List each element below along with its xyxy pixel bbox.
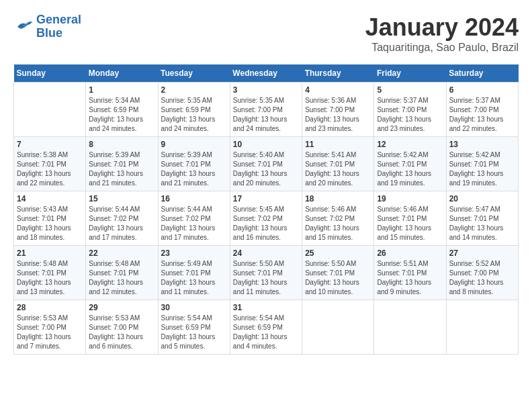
day-info: Sunrise: 5:47 AM Sunset: 7:01 PM Dayligh… [449,205,515,242]
day-info: Sunrise: 5:39 AM Sunset: 7:01 PM Dayligh… [161,150,227,188]
table-row [374,300,446,355]
day-info: Sunrise: 5:49 AM Sunset: 7:01 PM Dayligh… [161,259,227,297]
day-info: Sunrise: 5:34 AM Sunset: 6:59 PM Dayligh… [89,96,154,134]
table-row [302,300,374,355]
location: Taquaritinga, Sao Paulo, Brazil [365,42,519,54]
day-number: 6 [449,85,515,95]
day-info: Sunrise: 5:50 AM Sunset: 7:01 PM Dayligh… [305,259,371,297]
day-info: Sunrise: 5:51 AM Sunset: 7:01 PM Dayligh… [377,259,443,297]
day-number: 13 [449,140,515,149]
day-info: Sunrise: 5:48 AM Sunset: 7:01 PM Dayligh… [89,259,154,297]
day-number: 12 [377,140,443,149]
table-row: 21Sunrise: 5:48 AM Sunset: 7:01 PM Dayli… [14,246,86,300]
day-number: 11 [305,140,371,149]
day-number: 31 [233,303,299,312]
day-number: 1 [89,85,154,95]
table-row [446,300,518,355]
table-row: 1Sunrise: 5:34 AM Sunset: 6:59 PM Daylig… [86,83,158,137]
day-number: 17 [233,194,299,203]
weekday-header-row: Sunday Monday Tuesday Wednesday Thursday… [14,64,519,83]
day-info: Sunrise: 5:43 AM Sunset: 7:01 PM Dayligh… [17,205,83,242]
table-row: 29Sunrise: 5:53 AM Sunset: 7:00 PM Dayli… [86,300,158,355]
day-number: 4 [305,85,371,95]
day-number: 8 [89,140,154,149]
table-row: 18Sunrise: 5:46 AM Sunset: 7:02 PM Dayli… [302,191,374,246]
day-number: 30 [161,303,227,312]
day-number: 22 [89,248,154,258]
table-row: 24Sunrise: 5:50 AM Sunset: 7:01 PM Dayli… [230,246,302,300]
table-row: 28Sunrise: 5:53 AM Sunset: 7:00 PM Dayli… [14,300,86,355]
day-number: 16 [161,194,227,203]
day-number: 26 [377,248,443,258]
day-info: Sunrise: 5:40 AM Sunset: 7:01 PM Dayligh… [233,150,299,188]
table-row: 4Sunrise: 5:36 AM Sunset: 7:00 PM Daylig… [302,83,374,137]
day-number: 2 [161,85,227,95]
day-number: 19 [377,194,443,203]
logo-bird-icon [13,17,34,37]
day-info: Sunrise: 5:42 AM Sunset: 7:01 PM Dayligh… [449,150,515,188]
table-row: 9Sunrise: 5:39 AM Sunset: 7:01 PM Daylig… [158,137,230,191]
day-info: Sunrise: 5:44 AM Sunset: 7:02 PM Dayligh… [161,205,227,242]
table-row: 26Sunrise: 5:51 AM Sunset: 7:01 PM Dayli… [374,246,446,300]
day-number: 15 [89,194,154,203]
day-number: 23 [161,248,227,258]
day-number: 20 [449,194,515,203]
day-number: 7 [17,140,83,149]
table-row: 22Sunrise: 5:48 AM Sunset: 7:01 PM Dayli… [86,246,158,300]
day-number: 14 [17,194,83,203]
day-info: Sunrise: 5:44 AM Sunset: 7:02 PM Dayligh… [89,205,154,242]
col-thursday: Thursday [302,64,374,83]
table-row: 2Sunrise: 5:35 AM Sunset: 6:59 PM Daylig… [158,83,230,137]
table-row: 16Sunrise: 5:44 AM Sunset: 7:02 PM Dayli… [158,191,230,246]
day-info: Sunrise: 5:41 AM Sunset: 7:01 PM Dayligh… [305,150,371,188]
col-friday: Friday [374,64,446,83]
calendar-table: Sunday Monday Tuesday Wednesday Thursday… [13,64,519,355]
table-row: 6Sunrise: 5:37 AM Sunset: 7:00 PM Daylig… [446,83,518,137]
calendar-week-row: 14Sunrise: 5:43 AM Sunset: 7:01 PM Dayli… [14,191,519,246]
day-info: Sunrise: 5:37 AM Sunset: 7:00 PM Dayligh… [449,96,515,134]
day-info: Sunrise: 5:38 AM Sunset: 7:01 PM Dayligh… [17,150,83,188]
day-info: Sunrise: 5:46 AM Sunset: 7:01 PM Dayligh… [377,205,443,242]
table-row: 27Sunrise: 5:52 AM Sunset: 7:00 PM Dayli… [446,246,518,300]
day-info: Sunrise: 5:50 AM Sunset: 7:01 PM Dayligh… [233,259,299,297]
col-tuesday: Tuesday [158,64,230,83]
calendar-week-row: 7Sunrise: 5:38 AM Sunset: 7:01 PM Daylig… [14,137,519,191]
day-info: Sunrise: 5:37 AM Sunset: 7:00 PM Dayligh… [377,96,443,134]
day-info: Sunrise: 5:35 AM Sunset: 6:59 PM Dayligh… [161,96,227,134]
table-row [14,83,86,137]
calendar-week-row: 1Sunrise: 5:34 AM Sunset: 6:59 PM Daylig… [14,83,519,137]
table-row: 3Sunrise: 5:35 AM Sunset: 7:00 PM Daylig… [230,83,302,137]
day-info: Sunrise: 5:53 AM Sunset: 7:00 PM Dayligh… [89,314,154,351]
day-number: 18 [305,194,371,203]
day-number: 24 [233,248,299,258]
table-row: 11Sunrise: 5:41 AM Sunset: 7:01 PM Dayli… [302,137,374,191]
table-row: 13Sunrise: 5:42 AM Sunset: 7:01 PM Dayli… [446,137,518,191]
col-wednesday: Wednesday [230,64,302,83]
page-header: General Blue January 2024 Taquaritinga, … [13,13,519,54]
day-number: 29 [89,303,154,312]
calendar-week-row: 28Sunrise: 5:53 AM Sunset: 7:00 PM Dayli… [14,300,519,355]
day-number: 27 [449,248,515,258]
table-row: 23Sunrise: 5:49 AM Sunset: 7:01 PM Dayli… [158,246,230,300]
day-number: 21 [17,248,83,258]
day-number: 3 [233,85,299,95]
day-info: Sunrise: 5:35 AM Sunset: 7:00 PM Dayligh… [233,96,299,134]
day-info: Sunrise: 5:54 AM Sunset: 6:59 PM Dayligh… [161,314,227,351]
day-info: Sunrise: 5:42 AM Sunset: 7:01 PM Dayligh… [377,150,443,188]
col-sunday: Sunday [14,64,86,83]
table-row: 7Sunrise: 5:38 AM Sunset: 7:01 PM Daylig… [14,137,86,191]
day-number: 25 [305,248,371,258]
day-info: Sunrise: 5:52 AM Sunset: 7:00 PM Dayligh… [449,259,515,297]
day-info: Sunrise: 5:36 AM Sunset: 7:00 PM Dayligh… [305,96,371,134]
table-row: 5Sunrise: 5:37 AM Sunset: 7:00 PM Daylig… [374,83,446,137]
table-row: 12Sunrise: 5:42 AM Sunset: 7:01 PM Dayli… [374,137,446,191]
day-info: Sunrise: 5:48 AM Sunset: 7:01 PM Dayligh… [17,259,83,297]
day-number: 28 [17,303,83,312]
table-row: 8Sunrise: 5:39 AM Sunset: 7:01 PM Daylig… [86,137,158,191]
col-saturday: Saturday [446,64,518,83]
table-row: 19Sunrise: 5:46 AM Sunset: 7:01 PM Dayli… [374,191,446,246]
calendar-week-row: 21Sunrise: 5:48 AM Sunset: 7:01 PM Dayli… [14,246,519,300]
table-row: 25Sunrise: 5:50 AM Sunset: 7:01 PM Dayli… [302,246,374,300]
day-info: Sunrise: 5:53 AM Sunset: 7:00 PM Dayligh… [17,314,83,351]
day-number: 5 [377,85,443,95]
